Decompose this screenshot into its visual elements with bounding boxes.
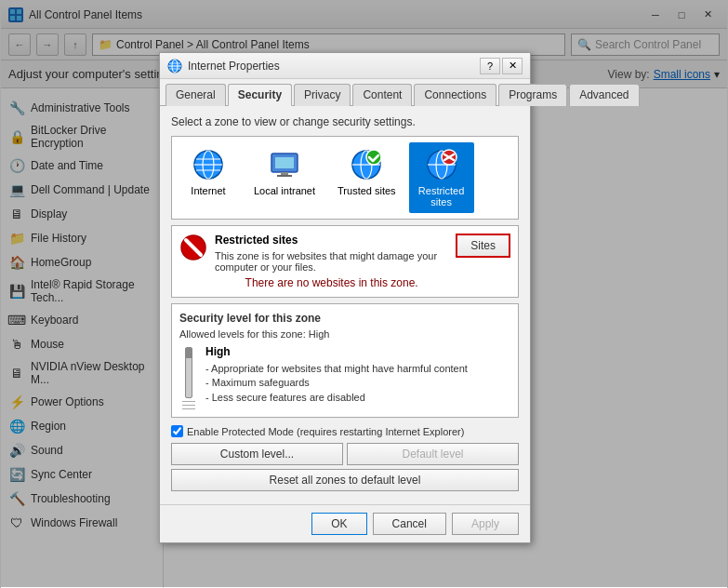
dialog-title-text: Internet Properties	[188, 60, 480, 73]
dialog-app-icon	[167, 59, 182, 74]
ok-button[interactable]: OK	[311, 513, 366, 535]
dialog-close-button[interactable]: ✕	[502, 58, 523, 74]
cancel-button[interactable]: Cancel	[373, 513, 446, 535]
local-intranet-icon	[268, 148, 301, 181]
tab-advanced[interactable]: Advanced	[569, 84, 639, 106]
internet-label: Internet	[191, 185, 225, 196]
restricted-sites-label: Restrictedsites	[418, 185, 465, 207]
custom-level-button[interactable]: Custom level...	[171, 443, 343, 465]
apply-button[interactable]: Apply	[452, 513, 519, 535]
restricted-icon	[179, 234, 207, 268]
dialog-tabs: General Security Privacy Content Connect…	[160, 79, 530, 106]
zone-info-desc: This zone is for websites that might dam…	[215, 250, 448, 273]
tab-connections[interactable]: Connections	[414, 84, 496, 106]
protected-mode-row: Enable Protected Mode (requires restarti…	[171, 425, 519, 437]
local-intranet-label: Local intranet	[254, 185, 315, 196]
sites-button[interactable]: Sites	[456, 234, 510, 258]
zone-local-intranet[interactable]: Local intranet	[245, 142, 324, 213]
tab-programs[interactable]: Programs	[498, 84, 567, 106]
trusted-sites-icon	[350, 148, 383, 181]
tab-general[interactable]: General	[165, 84, 226, 106]
default-level-button[interactable]: Default level	[347, 443, 519, 465]
zone-restricted-sites[interactable]: Restrictedsites	[409, 142, 474, 213]
zone-info-title: Restricted sites	[215, 234, 448, 247]
level-name: High	[205, 345, 510, 358]
internet-icon	[192, 148, 225, 181]
tab-content[interactable]: Content	[352, 84, 412, 106]
zone-buttons: Custom level... Default level	[171, 443, 519, 465]
security-level-content: High - Appropriate for websites that mig…	[179, 345, 510, 409]
sites-btn-container: Sites	[456, 234, 510, 258]
tab-privacy[interactable]: Privacy	[294, 84, 351, 106]
control-panel-window: All Control Panel Items ─ □ ✕ ← → ↑ 📁 Co…	[0, 0, 728, 588]
dialog-instruction: Select a zone to view or change security…	[171, 115, 519, 128]
restricted-sites-icon	[425, 148, 458, 181]
dialog-title-bar: Internet Properties ? ✕	[160, 53, 530, 79]
dialog-body: Select a zone to view or change security…	[160, 106, 530, 501]
tab-security[interactable]: Security	[228, 84, 292, 106]
protected-mode-label: Enable Protected Mode (requires restarti…	[187, 426, 464, 437]
svg-rect-17	[277, 175, 292, 177]
svg-rect-15	[275, 157, 294, 168]
zone-info-empty: There are no websites in this zone.	[215, 276, 448, 289]
zone-info-section: Restricted sites This zone is for websit…	[171, 225, 519, 298]
security-level-allowed: Allowed levels for this zone: High	[179, 328, 510, 340]
security-level-title: Security level for this zone	[179, 312, 510, 325]
internet-properties-dialog: Internet Properties ? ✕ General Security…	[159, 52, 531, 543]
security-level-section: Security level for this zone Allowed lev…	[171, 303, 519, 418]
trusted-sites-label: Trusted sites	[338, 185, 396, 196]
reset-all-zones-button[interactable]: Reset all zones to default level	[171, 469, 519, 491]
zone-row: Internet Local intranet	[171, 136, 519, 220]
level-text: High - Appropriate for websites that mig…	[205, 345, 510, 405]
dialog-help-button[interactable]: ?	[480, 58, 500, 74]
dialog-footer: OK Cancel Apply	[160, 504, 530, 542]
level-slider	[179, 345, 198, 409]
zone-trusted-sites[interactable]: Trusted sites	[328, 142, 405, 213]
dialog-title-controls: ? ✕	[480, 58, 523, 74]
zone-internet[interactable]: Internet	[176, 142, 241, 213]
zone-info-text: Restricted sites This zone is for websit…	[215, 234, 448, 289]
level-desc: - Appropriate for websites that might ha…	[205, 362, 510, 405]
protected-mode-checkbox[interactable]	[171, 425, 183, 437]
